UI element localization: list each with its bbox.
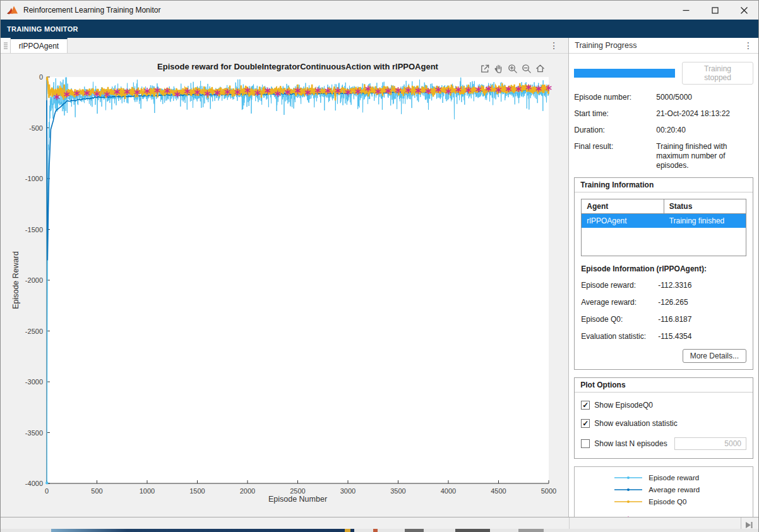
matlab-logo <box>6 5 18 15</box>
svg-text:Episode Number: Episode Number <box>268 495 327 504</box>
episode-info-value: -115.4354 <box>658 332 691 341</box>
checkbox-row-show-last-n-episodes: Show last N episodes <box>581 437 746 450</box>
background-window-sliver <box>1 529 758 532</box>
window-title: Reinforcement Learning Training Monitor <box>23 6 160 15</box>
episode-info-row: Evaluation statistic:-115.4354 <box>581 332 746 341</box>
toolstrip: TRAINING MONITOR <box>1 20 758 38</box>
tab-grip-handle[interactable] <box>1 38 11 53</box>
figure-area: Episode reward for DoubleIntegratorConti… <box>1 54 568 517</box>
episode-info-label: Episode Q0: <box>581 315 658 324</box>
table-cell: Training finished <box>664 214 746 228</box>
episode-info-title: Episode Information (rlPPOAgent): <box>581 264 746 273</box>
episode-info-value: -112.3316 <box>658 281 691 290</box>
checkbox-unchecked-icon[interactable] <box>581 439 590 448</box>
svg-text:2500: 2500 <box>290 487 305 495</box>
maximize-button[interactable] <box>700 1 729 20</box>
panel-body: Training stopped Episode number: 5000/50… <box>569 54 758 517</box>
duration-row: Duration: 00:20:40 <box>574 126 753 135</box>
checkbox-row-show-episodeq0: ✓Show EpisodeQ0 <box>581 401 746 410</box>
pan-icon[interactable] <box>493 62 505 74</box>
svg-text:Episode reward for DoubleInteg: Episode reward for DoubleIntegratorConti… <box>157 62 439 71</box>
plot-options-title: Plot Options <box>575 378 753 393</box>
final-result-value: Training finished with maximum number of… <box>656 142 753 170</box>
zoom-in-icon[interactable] <box>506 62 518 74</box>
progress-bar-fill <box>574 69 675 78</box>
training-stopped-button[interactable]: Training stopped <box>682 62 753 85</box>
panel-title: Training Progress <box>575 41 636 50</box>
episode-info-label: Episode reward: <box>581 281 658 290</box>
last-n-episodes-input[interactable] <box>674 437 746 450</box>
svg-text:4000: 4000 <box>441 487 456 495</box>
restore-view-icon[interactable] <box>534 62 546 74</box>
table-row[interactable]: rlPPOAgentTraining finished <box>582 214 746 228</box>
agents-table: AgentStatusrlPPOAgentTraining finished <box>581 199 746 256</box>
doc-tab-label: rlPPOAgent <box>19 42 59 50</box>
legend-panel: Episode rewardAverage rewardEpisode Q0Ev… <box>574 466 753 517</box>
panel-header: Training Progress ⋮ <box>569 38 758 54</box>
episode-info-rows: Episode reward:-112.3316Average reward:-… <box>581 281 746 341</box>
final-result-label: Final result: <box>574 142 656 170</box>
svg-text:Episode Reward: Episode Reward <box>11 251 20 309</box>
table-header-cell: Agent <box>582 199 663 213</box>
episode-info-row: Episode reward:-112.3316 <box>581 281 746 290</box>
toolstrip-tab-training-monitor[interactable]: TRAINING MONITOR <box>7 25 78 33</box>
svg-text:5000: 5000 <box>541 487 556 495</box>
checkbox-label: Show EpisodeQ0 <box>594 401 653 410</box>
svg-text:500: 500 <box>91 487 102 495</box>
episode-info-label: Average reward: <box>581 298 658 307</box>
legend-label: Episode Q0 <box>648 498 686 505</box>
zoom-out-icon[interactable] <box>520 62 532 74</box>
svg-text:-3000: -3000 <box>25 378 43 386</box>
svg-text:-1000: -1000 <box>25 175 43 182</box>
reward-chart[interactable]: Episode reward for DoubleIntegratorConti… <box>1 54 569 517</box>
legend-marker-line-dot <box>614 485 643 494</box>
panel-menu-icon[interactable]: ⋮ <box>744 40 753 50</box>
episode-info-value: -126.265 <box>658 298 688 307</box>
svg-text:-3500: -3500 <box>25 429 43 437</box>
checkbox-row-show-evaluation-statistic: ✓Show evaluation statistic <box>581 419 746 428</box>
table-header-cell: Status <box>664 199 746 213</box>
app-window: Reinforcement Learning Training Monitor … <box>0 0 759 532</box>
svg-text:3000: 3000 <box>340 487 356 495</box>
document-area: rlPPOAgent ⋮ Episode reward for DoubleIn… <box>1 38 569 517</box>
svg-text:0: 0 <box>39 73 43 81</box>
more-details-button[interactable]: More Details... <box>683 349 746 363</box>
duration-label: Duration: <box>574 126 656 135</box>
bottom-status-bar <box>1 517 758 532</box>
minimize-icon <box>683 7 690 14</box>
episode-number-row: Episode number: 5000/5000 <box>574 93 753 102</box>
svg-text:4500: 4500 <box>491 487 506 495</box>
final-result-row: Final result: Training finished with max… <box>574 142 753 170</box>
close-icon <box>741 7 748 14</box>
checkbox-label: Show last N episodes <box>594 439 667 448</box>
agents-table-header: AgentStatus <box>582 199 746 214</box>
skip-end-icon[interactable] <box>744 521 754 529</box>
checkbox-checked-icon[interactable]: ✓ <box>581 401 590 410</box>
episode-number-value: 5000/5000 <box>656 93 753 102</box>
checkbox-label: Show evaluation statistic <box>594 419 677 428</box>
legend-item: Episode reward <box>575 471 753 483</box>
svg-text:-2000: -2000 <box>25 276 43 284</box>
tab-menu-icon[interactable]: ⋮ <box>549 38 558 53</box>
svg-text:3500: 3500 <box>390 487 405 495</box>
svg-text:-500: -500 <box>29 124 43 132</box>
legend-item: Average reward <box>575 483 753 495</box>
close-button[interactable] <box>729 1 758 20</box>
minimize-button[interactable] <box>671 1 700 20</box>
table-cell: rlPPOAgent <box>582 214 663 228</box>
plot-options-group: Plot Options ✓Show EpisodeQ0✓Show evalua… <box>574 377 753 459</box>
legend-item: Episode Q0 <box>575 495 753 507</box>
episode-info-label: Evaluation statistic: <box>581 332 658 341</box>
legend-label: Episode reward <box>648 474 699 482</box>
svg-text:0: 0 <box>45 487 49 495</box>
checkbox-checked-icon[interactable]: ✓ <box>581 419 590 428</box>
svg-text:1500: 1500 <box>189 487 205 495</box>
legend-marker-line-dot <box>614 497 643 506</box>
svg-text:2000: 2000 <box>240 487 255 495</box>
start-time-label: Start time: <box>574 109 656 119</box>
axes-toolbar <box>479 62 546 74</box>
doc-tab-rlppoagent[interactable]: rlPPOAgent <box>11 38 68 53</box>
svg-text:-1500: -1500 <box>25 226 43 233</box>
export-icon[interactable] <box>479 62 491 74</box>
document-tabbar: rlPPOAgent ⋮ <box>1 38 568 54</box>
